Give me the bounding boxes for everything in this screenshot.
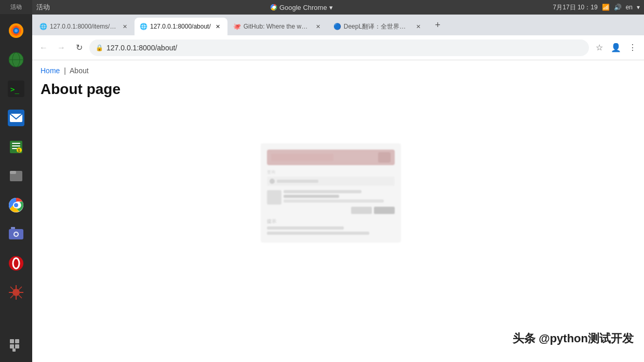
ghost-line-3 (284, 199, 384, 203)
menu-icon[interactable]: ⋮ (625, 41, 640, 55)
os-app-name: Google Chrome (279, 4, 327, 11)
tab-close-deepl[interactable]: ✕ (414, 22, 423, 31)
ghost-header-btn (378, 152, 391, 163)
taskbar-icon-opera[interactable] (4, 251, 29, 276)
ghost-section-1: 查询 (267, 169, 395, 186)
tab-favicon-deepl: 🔵 (333, 23, 341, 30)
tab-label-about: 127.0.0.1:8000/about/ (150, 23, 211, 30)
taskbar-icon-terminal[interactable]: >_ (4, 76, 29, 101)
ghost-input-1 (267, 177, 395, 186)
lock-icon: 🔒 (96, 44, 103, 51)
svg-rect-40 (10, 344, 14, 348)
profile-icon[interactable]: 👤 (609, 41, 623, 55)
ghost-row-1 (267, 190, 395, 205)
opera-icon (8, 255, 24, 272)
book-icon: $ (8, 139, 24, 155)
breadcrumb-separator: | (64, 66, 66, 75)
reload-button[interactable]: ↻ (72, 41, 86, 55)
ghost-section-2: 提示 (267, 218, 395, 235)
tab-close-items[interactable]: ✕ (120, 22, 129, 31)
os-activity[interactable]: 活动 (36, 3, 50, 12)
back-button[interactable]: ← (36, 41, 51, 55)
breadcrumb-current: About (70, 66, 89, 75)
files-icon (8, 168, 24, 184)
os-datetime: 7月17日 10：19 (553, 3, 598, 12)
lang-dropdown[interactable]: ▾ (637, 4, 640, 11)
svg-text:>_: >_ (10, 85, 19, 94)
url-bar[interactable]: 🔒 127.0.0.1:8000/about/ (89, 39, 589, 56)
ghost-label-2: 提示 (267, 218, 395, 225)
chrome-icon (8, 197, 24, 213)
new-tab-button[interactable]: + (431, 18, 445, 32)
taskbar-icon-screenshot[interactable] (4, 222, 29, 247)
ghost-input-icon (270, 179, 275, 184)
taskbar: 活动 >_ (0, 0, 32, 362)
tab-label-deepl: DeepL翻译：全世界最准... (344, 22, 411, 31)
ghost-btn-1 (351, 207, 372, 214)
ghost-line-2 (284, 195, 339, 198)
svg-rect-14 (12, 145, 20, 146)
network-icon[interactable]: 📶 (602, 4, 610, 11)
taskbar-icon-chrome[interactable] (4, 193, 29, 218)
tab-favicon-github: 🐙 (233, 23, 240, 30)
svg-rect-13 (12, 143, 20, 144)
taskbar-icon-book[interactable]: $ (4, 135, 29, 159)
breadcrumb: Home | About (41, 66, 636, 75)
svg-point-29 (12, 289, 20, 296)
svg-rect-19 (10, 171, 16, 174)
os-bar: 活动 Google Chrome ▾ 7月17日 10：19 📶 🔊 en ▾ (32, 0, 644, 15)
tab-github[interactable]: 🐙 GitHub: Where the world... ✕ (228, 18, 328, 35)
ghost-input-text (277, 180, 318, 183)
svg-point-44 (273, 6, 275, 8)
tab-close-about[interactable]: ✕ (214, 22, 222, 31)
url-text: 127.0.0.1:8000/about/ (106, 44, 177, 52)
ghost-line-5 (267, 232, 369, 235)
volume-icon[interactable]: 🔊 (614, 4, 622, 11)
taskbar-icon-globe[interactable] (4, 47, 29, 72)
svg-point-3 (15, 29, 18, 32)
ghost-btn-row (267, 207, 395, 214)
svg-point-22 (14, 203, 18, 207)
svg-line-36 (10, 295, 14, 298)
tab-favicon-items: 🌐 (39, 23, 47, 30)
svg-rect-38 (10, 339, 14, 343)
svg-rect-39 (15, 339, 19, 343)
lang-label: en (626, 4, 633, 11)
svg-line-34 (10, 287, 14, 290)
tab-favicon-about: 🌐 (140, 23, 147, 30)
tab-about[interactable]: 🌐 127.0.0.1:8000/about/ ✕ (135, 18, 227, 35)
taskbar-icon-apps[interactable] (4, 333, 29, 358)
ghost-info (284, 190, 395, 205)
bookmark-icon[interactable]: ☆ (592, 41, 607, 55)
breadcrumb-home[interactable]: Home (41, 66, 60, 75)
ghost-line-1 (284, 190, 361, 193)
taskbar-icon-files[interactable] (4, 164, 29, 189)
page-content: Home | About About page 查询 (32, 60, 644, 362)
os-bar-center: Google Chrome ▾ (270, 4, 333, 11)
taskbar-icon-email[interactable] (4, 105, 29, 130)
taskbar-icon-firefox[interactable] (4, 18, 29, 43)
ghost-overlay: 查询 提示 (261, 143, 401, 243)
ghost-btn-2 (374, 207, 395, 214)
svg-rect-42 (12, 348, 16, 352)
tab-items[interactable]: 🌐 127.0.0.1:8000/items/4.2 ✕ (34, 18, 134, 35)
tab-label-github: GitHub: Where the world... (244, 23, 311, 30)
ghost-line-4 (267, 226, 344, 230)
chrome-small-icon (270, 4, 277, 11)
tab-bar: 🌐 127.0.0.1:8000/items/4.2 ✕ 🌐 127.0.0.1… (32, 15, 644, 35)
tab-close-github[interactable]: ✕ (314, 22, 323, 31)
email-icon (8, 110, 24, 126)
tab-deepl[interactable]: 🔵 DeepL翻译：全世界最准... ✕ (328, 18, 428, 35)
tab-label-items: 127.0.0.1:8000/items/4.2 (50, 23, 117, 30)
taskbar-icon-spider[interactable] (4, 280, 29, 305)
svg-line-37 (19, 295, 22, 298)
forward-button[interactable]: → (54, 41, 69, 55)
os-dropdown-arrow[interactable]: ▾ (329, 4, 333, 11)
ghost-thumb (267, 190, 281, 205)
taskbar-activity[interactable]: 活动 (0, 0, 32, 14)
page-title: About page (41, 81, 636, 98)
ghost-header (267, 150, 395, 165)
ghost-label-1: 查询 (267, 169, 395, 175)
os-bar-right: 7月17日 10：19 📶 🔊 en ▾ (553, 3, 640, 12)
terminal-icon: >_ (8, 81, 24, 97)
